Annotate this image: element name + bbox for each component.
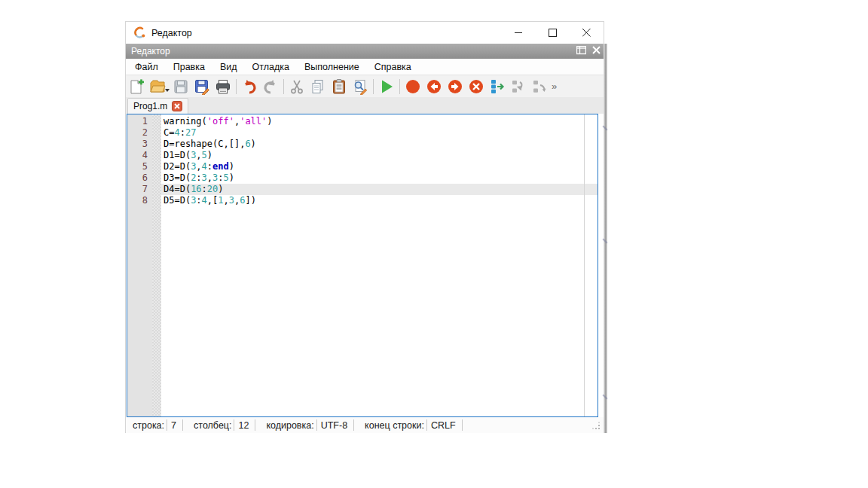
status-separator	[353, 419, 354, 431]
fold-margin-cell[interactable]	[152, 139, 161, 150]
step-in-button[interactable]	[508, 77, 529, 96]
code-line[interactable]: 1warning('off','all')	[127, 116, 598, 127]
status-field-label: строка:	[130, 420, 167, 431]
dock-title: Редактор	[131, 46, 170, 56]
dock-close-icon	[592, 46, 601, 54]
dock-title-bar[interactable]: Редактор	[126, 44, 604, 59]
step-out-button[interactable]	[529, 77, 550, 96]
code-editor[interactable]: 1warning('off','all')2C=4:273D=reshape(C…	[127, 114, 598, 417]
code-text[interactable]: D3=D(2:3,3:5)	[161, 172, 598, 184]
run-button[interactable]	[376, 77, 397, 96]
status-field: строка:7	[130, 419, 191, 431]
code-text[interactable]: C=4:27	[161, 127, 598, 139]
tab-label: Prog1.m	[133, 101, 167, 111]
size-grip[interactable]	[592, 422, 600, 429]
menu-item-отладка[interactable]: Отладка	[245, 59, 297, 75]
line-number: 3	[127, 139, 152, 150]
long-line-marker	[584, 114, 585, 416]
line-number: 7	[127, 184, 152, 195]
status-field-value: CRLF	[427, 420, 462, 431]
menu-item-справка[interactable]: Справка	[367, 59, 419, 75]
title-bar[interactable]: Редактор	[126, 22, 604, 44]
previous-breakpoint-icon	[426, 78, 442, 95]
fold-margin-cell[interactable]	[152, 172, 161, 184]
tab-bar: Prog1.m	[126, 97, 604, 114]
next-breakpoint-button[interactable]	[445, 77, 466, 96]
code-line[interactable]: 2C=4:27	[127, 127, 598, 139]
fold-margin-cell[interactable]	[152, 195, 161, 206]
fold-margin-cell[interactable]	[152, 116, 161, 127]
toolbar-overflow-button[interactable]: »	[552, 81, 557, 92]
desktop: Редактор Редактор	[0, 0, 868, 488]
status-field-label: кодировка:	[263, 420, 316, 431]
status-separator	[462, 419, 463, 431]
dock-close-button[interactable]	[592, 46, 601, 56]
find-replace-button[interactable]	[350, 77, 371, 96]
new-file-icon	[128, 78, 145, 95]
remove-breakpoints-button[interactable]	[466, 77, 487, 96]
code-line[interactable]: 5D2=D(3,4:end)	[127, 161, 598, 172]
undo-icon	[241, 78, 258, 95]
menu-item-вид[interactable]: Вид	[212, 59, 245, 75]
line-number: 1	[127, 116, 152, 127]
close-icon	[582, 29, 591, 37]
fold-margin-cell[interactable]	[152, 161, 161, 172]
fold-margin-cell[interactable]	[152, 184, 161, 195]
fold-margin-cell[interactable]	[152, 150, 161, 161]
print-button[interactable]	[212, 77, 234, 96]
run-icon	[378, 78, 395, 95]
open-file-button[interactable]	[147, 77, 168, 96]
menu-item-выполнение[interactable]: Выполнение	[297, 59, 367, 75]
code-line[interactable]: 6D3=D(2:3,3:5)	[127, 172, 598, 184]
code-line[interactable]: 8D5=D(3:4,[1,3,6])	[127, 195, 598, 206]
code-text[interactable]: D5=D(3:4,[1,3,6])	[161, 195, 598, 206]
status-field: столбец:12	[191, 419, 263, 431]
copy-button[interactable]	[307, 77, 329, 96]
line-number: 6	[127, 172, 152, 184]
tab-prog1[interactable]: Prog1.m	[127, 98, 188, 114]
redo-button[interactable]	[260, 77, 281, 96]
code-text[interactable]: D2=D(3,4:end)	[161, 161, 598, 172]
save-button[interactable]	[170, 77, 191, 96]
code-text[interactable]: D1=D(3,5)	[161, 150, 598, 161]
previous-breakpoint-button[interactable]	[423, 77, 445, 96]
menu-item-файл[interactable]: Файл	[127, 59, 166, 75]
paste-button[interactable]	[329, 77, 350, 96]
minimize-button[interactable]	[502, 22, 536, 44]
redo-icon	[262, 78, 279, 95]
step-out-icon	[531, 78, 548, 95]
octave-logo-icon	[133, 26, 146, 39]
step-icon	[489, 78, 506, 95]
code-line[interactable]: 3D=reshape(C,[],6)	[127, 139, 598, 150]
line-number: 8	[127, 195, 152, 206]
maximize-button[interactable]	[536, 22, 570, 44]
toolbar-separator	[283, 79, 284, 94]
step-button[interactable]	[487, 77, 508, 96]
toolbar-separator	[373, 79, 374, 94]
toggle-breakpoint-button[interactable]	[402, 77, 423, 96]
save-as-button[interactable]	[191, 77, 212, 96]
undock-button[interactable]	[576, 46, 586, 57]
close-button[interactable]	[570, 22, 604, 44]
tab-close-button[interactable]	[172, 101, 182, 111]
cut-button[interactable]	[286, 77, 307, 96]
code-text[interactable]: D=reshape(C,[],6)	[161, 139, 598, 150]
code-line[interactable]: 4D1=D(3,5)	[127, 150, 598, 161]
code-text[interactable]: warning('off','all')	[161, 116, 598, 127]
menu-bar: ФайлПравкаВидОтладкаВыполнениеСправка	[126, 59, 604, 75]
code-line[interactable]: 7D4=D(16:20)	[127, 184, 598, 195]
open-dropdown-caret-icon[interactable]	[165, 89, 170, 92]
undo-button[interactable]	[239, 77, 260, 96]
maximize-icon	[549, 29, 557, 37]
code-text[interactable]: D4=D(16:20)	[161, 184, 598, 195]
status-field-label: конец строки:	[362, 420, 426, 431]
cut-icon	[289, 78, 305, 95]
new-file-button[interactable]	[126, 77, 147, 96]
copy-icon	[310, 78, 326, 95]
breakpoint-icon	[405, 78, 421, 95]
editor-window: Редактор Редактор	[125, 21, 604, 433]
window-title: Редактор	[151, 28, 192, 38]
fold-margin-cell[interactable]	[152, 127, 161, 139]
open-folder-icon	[149, 78, 166, 95]
menu-item-правка[interactable]: Правка	[166, 59, 212, 75]
